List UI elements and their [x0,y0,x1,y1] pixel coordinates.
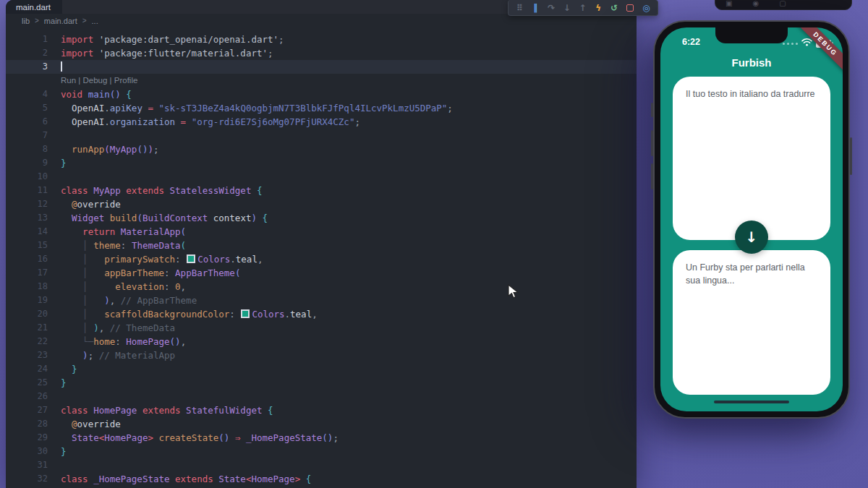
code-line[interactable]: 11class MyApp extends StatelessWidget { [6,184,637,197]
code-line[interactable]: 6 OpenAI.organization = "org-rdi6E7Sj6oM… [6,115,637,129]
code-line[interactable]: 14 return MaterialApp( [6,225,637,239]
code-text: } [48,376,67,390]
code-line[interactable]: 12 @override [6,197,637,211]
line-number: 5 [6,101,48,115]
status-time: 6:22 [682,37,700,47]
debug-banner: DEBUG [793,27,843,77]
line-number: 12 [6,197,48,211]
code-text: } [48,445,67,458]
code-line[interactable]: 23 ); // MaterialApp [6,348,637,362]
tab-label: main.dart [16,3,51,12]
app-bar-title: Furbish [660,56,843,69]
code-line[interactable]: 26 [6,390,637,403]
pause-icon[interactable]: ‖ [530,4,541,12]
home-indicator[interactable] [714,401,789,404]
code-line[interactable]: 10 [6,170,637,184]
code-line[interactable]: 9} [6,156,637,170]
code-text: State<HomePage> createState() ⇒ _HomePag… [48,431,339,445]
step-out-icon[interactable]: ↑ [577,4,588,12]
code-line[interactable]: 24 } [6,362,637,376]
breadcrumb-folder[interactable]: lib [22,17,30,25]
code-line[interactable]: 30} [6,445,637,458]
code-line[interactable]: 22 └─home: HomePage(), [6,335,637,348]
tab-main-dart[interactable]: main.dart [6,0,62,14]
code-line[interactable]: 19 │ ), // AppBarTheme [6,294,637,307]
code-line[interactable]: 17 │ appBarTheme: AppBarTheme( [6,266,637,280]
code-line[interactable]: 32class _HomePageState extends State<Hom… [6,472,637,486]
code-line[interactable]: 2import 'package:flutter/material.dart'; [6,46,637,60]
code-text: runApp(MyApp()); [48,142,159,156]
line-number: 26 [6,390,48,403]
hot-reload-icon[interactable]: ϟ [593,4,604,12]
step-over-icon[interactable]: ↷ [546,4,557,12]
drag-handle-icon[interactable]: ⠿ [514,4,525,12]
code-line[interactable]: 7 [6,129,637,142]
volume-down-button [651,163,653,189]
code-line[interactable]: 20 │ scaffoldBackgroundColor: Colors.tea… [6,307,637,321]
code-line[interactable]: 25} [6,376,637,390]
line-number: 32 [6,472,48,486]
line-number: 15 [6,239,48,252]
breadcrumb-symbol[interactable]: ... [92,17,98,25]
breadcrumb-file[interactable]: main.dart [44,17,77,25]
code-line[interactable]: 18 │ elevation: 0, [6,280,637,294]
code-line[interactable]: 16 │ primarySwatch: Colors.teal, [6,252,637,266]
code-line[interactable]: 15 │ theme: ThemeData( [6,239,637,252]
simulator-device-icon[interactable]: ◉ [752,0,759,7]
code-line[interactable]: 4void main() { [6,87,637,101]
code-text: │ theme: ThemeData( [48,239,186,252]
code-text: │ appBarTheme: AppBarTheme( [48,266,240,280]
iphone-frame: 6:22 DEBUG Furbish Il tuo testo in itali… [653,20,850,419]
line-number: 27 [6,403,48,417]
codelens-actions[interactable]: Run | Debug | Profile [48,74,137,87]
line-number: 28 [6,417,48,431]
code-text: └─home: HomePage(), [48,335,186,348]
line-number: 7 [6,129,48,142]
code-area[interactable]: 1import 'package:dart_openai/openai.dart… [6,33,637,486]
code-line[interactable]: 31 [6,458,637,472]
code-text [48,60,62,74]
line-number: 19 [6,294,48,307]
step-into-icon[interactable]: ↓ [561,4,572,12]
code-line[interactable]: 21 │ ), // ThemeData [6,321,637,335]
line-number: 8 [6,142,48,156]
line-number: 21 [6,321,48,335]
line-number: 16 [6,252,48,266]
simulator-toolbar: ▣◉▢ [715,0,852,10]
simulator-screenshot-icon[interactable]: ▣ [726,0,732,7]
translation-input-card[interactable]: Il tuo testo in italiano da tradurre [673,77,830,240]
line-number: 25 [6,376,48,390]
line-number: 24 [6,362,48,376]
line-number: 10 [6,170,48,184]
translation-output-card[interactable]: Un Furby sta per parlarti nella sua ling… [673,250,830,395]
line-number: 11 [6,184,48,197]
line-number: 22 [6,335,48,348]
line-number: 31 [6,458,48,472]
code-text: @override [48,417,121,431]
translate-button[interactable]: ↓ [735,221,768,254]
line-number: 17 [6,266,48,280]
codelens-row[interactable]: Run | Debug | Profile [6,74,637,87]
stop-icon[interactable] [626,4,634,12]
cellular-signal-icon [783,43,798,45]
code-text: import 'package:dart_openai/openai.dart'… [48,33,284,46]
code-text [48,170,61,184]
code-line[interactable]: 13 Widget build(BuildContext context) { [6,211,637,225]
line-number: 14 [6,225,48,239]
simulator-window-icon[interactable]: ▢ [779,0,786,7]
widget-inspector-icon[interactable]: ◎ [641,4,652,12]
code-line[interactable]: 27class HomePage extends StatefulWidget … [6,403,637,417]
code-line[interactable]: 3 [6,60,637,74]
code-line[interactable]: 28 @override [6,417,637,431]
code-text: } [48,156,67,170]
wifi-icon [801,38,812,46]
color-swatch-teal [187,254,195,263]
line-number: 18 [6,280,48,294]
code-line[interactable]: 5 OpenAI.apiKey = "sk-sT3JBeZ4a4kQ0ogbjm… [6,101,637,115]
code-line[interactable]: 29 State<HomePage> createState() ⇒ _Home… [6,431,637,445]
restart-icon[interactable]: ↺ [609,4,620,12]
code-text: import 'package:flutter/material.dart'; [48,46,273,60]
line-number: 23 [6,348,48,362]
code-line[interactable]: 8 runApp(MyApp()); [6,142,637,156]
code-line[interactable]: 1import 'package:dart_openai/openai.dart… [6,33,637,46]
